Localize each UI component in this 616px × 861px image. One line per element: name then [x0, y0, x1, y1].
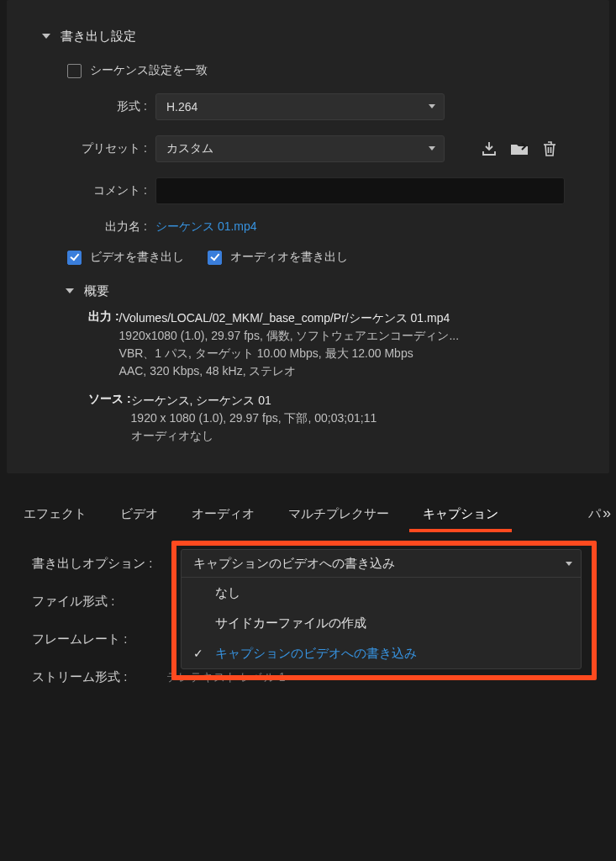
preset-label: プリセット : — [67, 141, 147, 156]
stream-format-value: テレテキスト レベル 1 — [166, 670, 286, 685]
stream-format-label: ストリーム形式 — [32, 669, 166, 685]
export-video-toggle[interactable]: ビデオを書き出し — [67, 250, 184, 265]
format-select[interactable]: H.264 — [155, 93, 445, 120]
file-format-label: ファイル形式 — [32, 594, 166, 610]
trash-icon[interactable] — [539, 139, 561, 159]
chevron-down-icon — [42, 34, 50, 39]
caption-panel: 書き出しオプション ファイル形式 フレームレート ストリーム形式 テレテキスト … — [0, 531, 616, 741]
export-toggles: ビデオを書き出し オーディオを書き出し — [67, 250, 586, 265]
import-preset-icon[interactable] — [508, 139, 530, 159]
tab-captions[interactable]: キャプション — [406, 499, 515, 529]
section-title: 書き出し設定 — [61, 29, 136, 45]
comment-row: コメント : — [67, 177, 586, 204]
export-audio-checkbox[interactable] — [208, 251, 222, 265]
export-settings-panel: 書き出し設定 シーケンス設定を一致 形式 : H.264 プリセット : カスタ… — [7, 0, 609, 473]
format-label: 形式 : — [67, 99, 147, 114]
dropdown-item-burn-in[interactable]: キャプションのビデオへの書き込み — [182, 638, 581, 668]
tab-multiplexer[interactable]: マルチプレクサー — [271, 499, 406, 529]
output-name-row: 出力名 : シーケンス 01.mp4 — [67, 219, 586, 235]
summary-source: ソース シーケンス, シーケンス 01 1920 x 1080 (1.0), 2… — [88, 392, 586, 445]
tab-audio[interactable]: オーディオ — [175, 499, 271, 529]
match-sequence-row: シーケンス設定を一致 — [67, 63, 586, 78]
summary-output: 出力 /Volumes/LOCAL/02_MKM/_base_comp/Pr/シ… — [88, 309, 586, 380]
dropdown-header[interactable]: キャプションのビデオへの書き込み — [182, 550, 581, 578]
double-chevron-right-icon: » — [603, 504, 609, 522]
preset-select[interactable]: カスタム — [155, 135, 445, 162]
summary-block: 出力 /Volumes/LOCAL/02_MKM/_base_comp/Pr/シ… — [88, 309, 586, 445]
chevron-down-icon — [429, 146, 435, 151]
match-sequence-label: シーケンス設定を一致 — [90, 63, 208, 78]
tabs-overflow[interactable]: パ» — [588, 505, 609, 523]
summary-title: 概要 — [84, 283, 109, 299]
dropdown-item-sidecar[interactable]: サイドカーファイルの作成 — [182, 608, 581, 638]
chevron-down-icon — [429, 104, 435, 108]
tab-video[interactable]: ビデオ — [103, 499, 175, 529]
export-option-label: 書き出しオプション — [32, 556, 166, 572]
frame-rate-label: フレームレート — [32, 631, 166, 647]
dropdown-item-none[interactable]: なし — [182, 578, 581, 608]
comment-input[interactable] — [155, 177, 565, 204]
chevron-down-icon — [566, 562, 572, 566]
format-row: 形式 : H.264 — [67, 93, 586, 120]
output-name-label: 出力名 : — [67, 219, 147, 235]
export-option-dropdown[interactable]: キャプションのビデオへの書き込み なし サイドカーファイルの作成 キャプションの… — [181, 549, 582, 669]
tab-effects[interactable]: エフェクト — [7, 499, 103, 529]
stream-format-row: ストリーム形式 テレテキスト レベル 1 — [32, 669, 584, 685]
export-video-checkbox[interactable] — [67, 251, 82, 265]
settings-tabs: エフェクト ビデオ オーディオ マルチプレクサー キャプション パ» — [0, 497, 616, 531]
chevron-down-icon — [66, 288, 74, 293]
comment-label: コメント : — [67, 183, 147, 198]
export-settings-header[interactable]: 書き出し設定 — [42, 29, 586, 45]
output-name-link[interactable]: シーケンス 01.mp4 — [155, 219, 257, 235]
export-audio-toggle[interactable]: オーディオを書き出し — [208, 250, 348, 265]
preset-row: プリセット : カスタム — [67, 135, 586, 162]
save-preset-icon[interactable] — [478, 139, 500, 159]
match-sequence-checkbox[interactable] — [67, 64, 82, 78]
summary-header[interactable]: 概要 — [66, 283, 586, 299]
